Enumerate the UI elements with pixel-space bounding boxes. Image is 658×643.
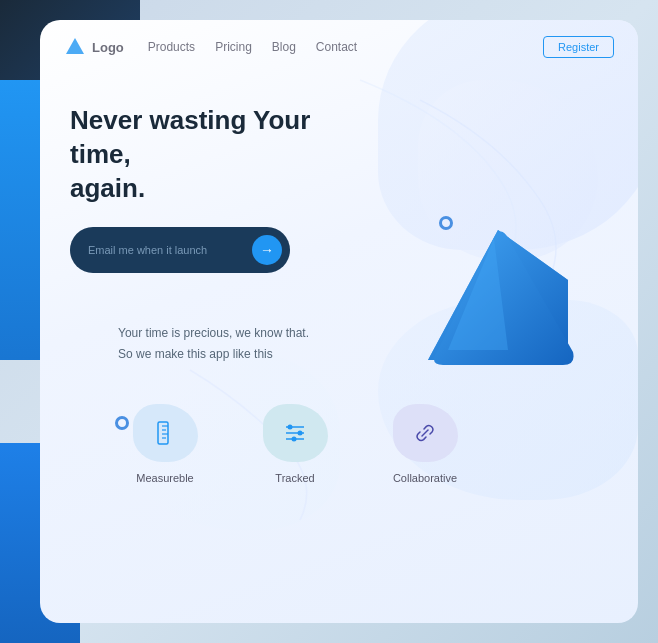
hero-title: Never wasting Your time, again. (70, 104, 350, 205)
logo-text: Logo (92, 40, 124, 55)
collaborative-icon-bg (393, 404, 458, 462)
navigation: Logo Products Pricing Blog Contact Regis… (40, 20, 638, 74)
logo-icon (64, 36, 86, 58)
email-form: → (70, 227, 290, 273)
svg-rect-4 (158, 422, 168, 444)
logo: Logo (64, 36, 124, 58)
register-button[interactable]: Register (543, 36, 614, 58)
measureble-icon-bg (133, 404, 198, 462)
tracked-icon-bg (263, 404, 328, 462)
measureble-label: Measureble (136, 472, 193, 484)
description-section: Your time is precious, we know that. So … (40, 293, 638, 364)
tracked-label: Tracked (275, 472, 314, 484)
collaborative-label: Collaborative (393, 472, 457, 484)
nav-link-products[interactable]: Products (148, 40, 195, 54)
features-section: Measureble Tracked (40, 374, 638, 504)
svg-point-14 (292, 437, 297, 442)
email-input[interactable] (88, 244, 252, 256)
filter-icon (280, 418, 310, 448)
feature-tracked: Tracked (230, 404, 360, 484)
feature-collaborative: Collaborative (360, 404, 490, 484)
main-card: Logo Products Pricing Blog Contact Regis… (40, 20, 638, 623)
feature-measureble: Measureble (100, 404, 230, 484)
nav-link-pricing[interactable]: Pricing (215, 40, 252, 54)
svg-marker-3 (66, 38, 84, 54)
description-text: Your time is precious, we know that. So … (118, 323, 318, 364)
nav-links: Products Pricing Blog Contact (148, 40, 543, 54)
svg-point-10 (288, 425, 293, 430)
nav-link-blog[interactable]: Blog (272, 40, 296, 54)
ruler-icon (150, 418, 180, 448)
hero-section: Never wasting Your time, again. → (40, 74, 638, 273)
link-icon (410, 418, 440, 448)
arrow-icon: → (260, 242, 274, 258)
svg-point-12 (298, 431, 303, 436)
nav-link-contact[interactable]: Contact (316, 40, 357, 54)
submit-button[interactable]: → (252, 235, 282, 265)
